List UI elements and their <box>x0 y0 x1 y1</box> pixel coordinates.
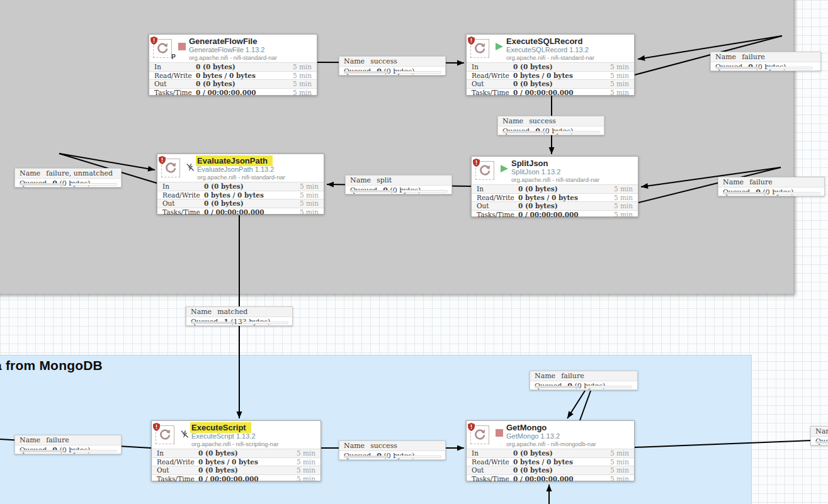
connection-name-row: Namefailure <box>718 177 824 188</box>
stat-row-tasks-time: Tasks/Time0 / 00:00:00.0005 min <box>157 208 324 216</box>
queue-count-bar <box>344 71 388 74</box>
processor-bundle: org.apache.nifi - nifi-standard-nar <box>197 174 285 181</box>
processor-generateflowfile[interactable]: P GenerateFlowFile GenerateFlowFile 1.13… <box>149 34 317 96</box>
processor-version: EvaluateJsonPath 1.13.2 <box>197 166 285 173</box>
queue-count-bar <box>350 190 394 193</box>
connection-label-failure-sql-loop[interactable]: Namefailure Queued0 (0 bytes) <box>710 52 821 71</box>
queue-count-bar <box>535 386 579 388</box>
stat-row-tasks-time: Tasks/Time0 / 00:00:00.0005 min <box>467 474 634 483</box>
queue-size-bar <box>395 71 441 74</box>
queue-size-bar <box>401 190 448 193</box>
queue-size-bar <box>553 131 600 133</box>
stat-row-in: In0 (0 bytes)5 min <box>152 449 320 457</box>
connection-name-row: Namefailure <box>15 435 121 445</box>
restricted-shield-icon <box>473 159 480 167</box>
connection-name-row: Namesuccess <box>339 57 445 67</box>
connection-name-row: Namesuccess <box>339 441 445 451</box>
processor-executesqlrecord[interactable]: ExecuteSQLRecord ExecuteSQLRecord 1.13.2… <box>466 34 635 96</box>
processor-header: EvaluateJsonPath EvaluateJsonPath 1.13.2… <box>157 154 324 182</box>
stat-row-read-write: Read/Write0 bytes / 0 bytes5 min <box>472 193 638 202</box>
queue-size-bar <box>766 67 813 69</box>
processor-name: GenerateFlowFile <box>189 37 277 45</box>
stat-row-tasks-time: Tasks/Time0 / 00:00:00.0005 min <box>152 474 320 483</box>
status-running-icon <box>496 43 503 50</box>
processor-header: P GenerateFlowFile GenerateFlowFile 1.13… <box>149 35 317 62</box>
connection-name-row: Namesuccess <box>498 116 604 126</box>
status-disabled-icon <box>186 162 194 170</box>
processor-version: ExecuteSQLRecord 1.13.2 <box>506 47 594 53</box>
stat-row-read-write: Read/Write0 bytes / 0 bytes5 min <box>152 457 320 466</box>
queue-count-bar <box>191 322 235 324</box>
stat-row-out: Out0 (0 bytes)5 min <box>472 201 638 210</box>
connection-label-failure-getmongo[interactable]: Namefailure Queued0 (0 bytes) <box>530 371 638 390</box>
connection-label-split-split-eval[interactable]: Namesplit Queued0 (0 bytes) <box>345 175 452 194</box>
queue-count-bar <box>20 183 64 186</box>
queue-size-bar <box>242 322 288 324</box>
queue-size-bar <box>774 192 820 194</box>
status-running-icon <box>501 165 508 172</box>
circular-arrows-icon <box>473 42 487 55</box>
processor-evaluatejsonpath[interactable]: EvaluateJsonPath EvaluateJsonPath 1.13.2… <box>157 154 324 215</box>
status-disabled-icon <box>181 429 188 437</box>
processor-name: EvaluateJsonPath <box>197 157 285 165</box>
processor-name: ExecuteScript <box>191 423 278 432</box>
processor-splitjson[interactable]: SplitJson SplitJson 1.13.2 org.apache.ni… <box>471 156 638 217</box>
circular-arrows-icon <box>478 164 492 177</box>
connection-label-success-script-mongo[interactable]: Namesuccess Queued0 (0 bytes) <box>339 440 446 460</box>
connection-name-row: Namefailure <box>530 371 637 381</box>
processor-stats: In0 (0 bytes)5 minRead/Write0 bytes / 0 … <box>149 62 317 96</box>
nifi-canvas[interactable]: a from MongoDB P GenerateFlowFile Genera… <box>0 0 828 504</box>
processor-stats: In0 (0 bytes)5 minRead/Write0 bytes / 0 … <box>467 62 634 96</box>
queue-count-bar <box>715 67 759 69</box>
processor-icon <box>475 161 494 180</box>
stat-row-out: Out0 (0 bytes)5 min <box>152 466 320 474</box>
connection-label-failure-unmatched[interactable]: Namefailure, unmatched Queued0 (0 bytes) <box>14 168 122 188</box>
queue-count-bar <box>20 450 64 452</box>
connection-label-failure-split-loop[interactable]: Namefailure Queued0 (0 bytes) <box>718 177 825 196</box>
connection-label-failure-offscreen[interactable]: Namefailure Queued0 (0 bytes) <box>14 435 122 454</box>
stat-row-in: In0 (0 bytes)5 min <box>149 62 317 71</box>
stat-row-in: In0 (0 bytes)5 min <box>467 62 634 71</box>
circular-arrows-icon <box>158 428 172 442</box>
processor-header: ExecuteScript ExecuteScript 1.13.2 org.a… <box>152 421 320 449</box>
connection-label-clipped-right[interactable]: Name Queued <box>810 426 828 445</box>
restricted-shield-icon <box>159 156 166 164</box>
circular-arrows-icon <box>473 428 487 442</box>
stat-row-in: In0 (0 bytes)5 min <box>157 182 324 191</box>
processor-version: GenerateFlowFile 1.13.2 <box>189 47 277 53</box>
connection-label-success-genff-sql[interactable]: Namesuccess Queued0 (0 bytes) <box>339 56 446 76</box>
stat-row-read-write: Read/Write0 bytes / 0 bytes5 min <box>157 191 324 199</box>
processor-bundle: org.apache.nifi - nifi-standard-nar <box>511 177 599 183</box>
queue-size-bar <box>71 183 117 186</box>
status-stopped-icon <box>496 429 503 437</box>
processor-executescript[interactable]: ExecuteScript ExecuteScript 1.13.2 org.a… <box>151 420 321 481</box>
processor-name: SplitJson <box>511 159 599 167</box>
processor-stats: In0 (0 bytes)5 minRead/Write0 bytes / 0 … <box>152 449 320 483</box>
stat-row-out: Out0 (0 bytes)5 min <box>467 466 634 474</box>
restricted-shield-icon <box>150 36 157 45</box>
queue-count-bar <box>723 192 767 194</box>
queue-count-bar <box>502 131 547 133</box>
circular-arrows-icon <box>156 42 169 55</box>
processor-header: ExecuteSQLRecord ExecuteSQLRecord 1.13.2… <box>467 35 634 62</box>
connection-name-row: Namefailure, unmatched <box>15 169 121 179</box>
connection-label-matched-eval-script[interactable]: Namematched Queued1 (133 bytes) <box>186 306 293 326</box>
stat-row-in: In0 (0 bytes)5 min <box>472 184 638 193</box>
stat-row-tasks-time: Tasks/Time0 / 00:00:00.0005 min <box>149 88 317 97</box>
processor-version: GetMongo 1.13.2 <box>506 433 596 440</box>
processor-getmongo[interactable]: GetMongo GetMongo 1.13.2 org.apache.nifi… <box>466 420 635 481</box>
connection-label-success-sql-split[interactable]: Namesuccess Queued0 (0 bytes) <box>497 116 604 135</box>
stat-row-out: Out0 (0 bytes)5 min <box>467 79 634 88</box>
processor-name: ExecuteSQLRecord <box>506 37 594 45</box>
connection-name-row: Name <box>811 427 828 437</box>
processor-icon <box>156 425 174 444</box>
connection-name-row: Namefailure <box>711 52 820 62</box>
queue-count-bar <box>815 441 828 444</box>
stat-row-out: Out0 (0 bytes)5 min <box>149 79 317 88</box>
primary-node-indicator: P <box>171 53 176 60</box>
processor-header: SplitJson SplitJson 1.13.2 org.apache.ni… <box>472 157 638 184</box>
processor-icon <box>470 39 489 58</box>
status-stopped-icon <box>178 43 186 50</box>
queue-size-bar <box>71 450 117 452</box>
processor-bundle: org.apache.nifi - nifi-standard-nar <box>189 55 277 61</box>
